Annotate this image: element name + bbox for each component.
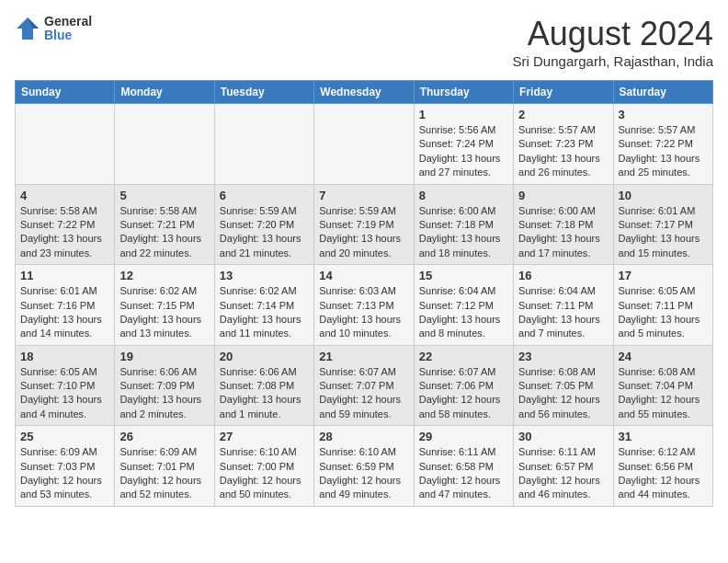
day-info: Sunrise: 6:05 AM Sunset: 7:10 PM Dayligh… xyxy=(20,365,109,422)
calendar-cell: 21Sunrise: 6:07 AM Sunset: 7:07 PM Dayli… xyxy=(314,345,414,426)
week-row-1: 1Sunrise: 5:56 AM Sunset: 7:24 PM Daylig… xyxy=(16,104,713,185)
day-number: 8 xyxy=(419,189,508,202)
calendar-cell: 24Sunrise: 6:08 AM Sunset: 7:04 PM Dayli… xyxy=(613,345,712,426)
calendar-cell: 28Sunrise: 6:10 AM Sunset: 6:59 PM Dayli… xyxy=(314,426,414,507)
day-info: Sunrise: 5:59 AM Sunset: 7:19 PM Dayligh… xyxy=(319,204,408,261)
day-info: Sunrise: 5:58 AM Sunset: 7:21 PM Dayligh… xyxy=(119,204,209,261)
calendar-cell: 29Sunrise: 6:11 AM Sunset: 6:58 PM Dayli… xyxy=(414,426,513,507)
day-info: Sunrise: 6:12 AM Sunset: 6:56 PM Dayligh… xyxy=(619,445,708,502)
calendar-cell: 26Sunrise: 6:09 AM Sunset: 7:01 PM Dayli… xyxy=(115,426,214,507)
calendar-cell: 22Sunrise: 6:07 AM Sunset: 7:06 PM Dayli… xyxy=(414,345,513,426)
day-info: Sunrise: 6:08 AM Sunset: 7:05 PM Dayligh… xyxy=(518,365,608,422)
day-number: 6 xyxy=(220,189,309,202)
day-info: Sunrise: 6:03 AM Sunset: 7:13 PM Dayligh… xyxy=(319,284,408,341)
day-info: Sunrise: 6:08 AM Sunset: 7:04 PM Dayligh… xyxy=(619,365,708,422)
header-day-friday: Friday xyxy=(514,81,613,104)
calendar-cell: 12Sunrise: 6:02 AM Sunset: 7:15 PM Dayli… xyxy=(115,265,214,346)
day-info: Sunrise: 6:10 AM Sunset: 7:00 PM Dayligh… xyxy=(220,445,309,502)
day-info: Sunrise: 5:56 AM Sunset: 7:24 PM Dayligh… xyxy=(419,123,508,180)
calendar-body: 1Sunrise: 5:56 AM Sunset: 7:24 PM Daylig… xyxy=(16,104,713,507)
day-number: 12 xyxy=(119,269,209,282)
day-info: Sunrise: 6:11 AM Sunset: 6:57 PM Dayligh… xyxy=(518,445,608,502)
header-day-wednesday: Wednesday xyxy=(314,81,414,104)
day-number: 24 xyxy=(619,350,708,363)
calendar-cell: 3Sunrise: 5:57 AM Sunset: 7:22 PM Daylig… xyxy=(613,104,712,185)
calendar-title: August 2024 xyxy=(513,15,713,53)
day-info: Sunrise: 6:11 AM Sunset: 6:58 PM Dayligh… xyxy=(419,445,508,502)
day-info: Sunrise: 5:57 AM Sunset: 7:23 PM Dayligh… xyxy=(518,123,608,180)
calendar-cell xyxy=(16,104,115,185)
day-number: 10 xyxy=(619,189,708,202)
calendar-cell xyxy=(314,104,414,185)
week-row-5: 25Sunrise: 6:09 AM Sunset: 7:03 PM Dayli… xyxy=(16,426,713,507)
day-info: Sunrise: 5:58 AM Sunset: 7:22 PM Dayligh… xyxy=(20,204,109,261)
day-number: 5 xyxy=(119,189,209,202)
day-info: Sunrise: 6:00 AM Sunset: 7:18 PM Dayligh… xyxy=(419,204,508,261)
day-info: Sunrise: 6:09 AM Sunset: 7:03 PM Dayligh… xyxy=(20,445,109,502)
day-number: 26 xyxy=(119,430,209,443)
day-info: Sunrise: 6:02 AM Sunset: 7:14 PM Dayligh… xyxy=(220,284,309,341)
logo: General Blue xyxy=(15,15,92,43)
header-day-sunday: Sunday xyxy=(16,81,115,104)
calendar-cell: 13Sunrise: 6:02 AM Sunset: 7:14 PM Dayli… xyxy=(214,265,313,346)
calendar-cell: 1Sunrise: 5:56 AM Sunset: 7:24 PM Daylig… xyxy=(414,104,513,185)
calendar-cell: 14Sunrise: 6:03 AM Sunset: 7:13 PM Dayli… xyxy=(314,265,414,346)
day-number: 21 xyxy=(319,350,408,363)
day-info: Sunrise: 6:01 AM Sunset: 7:17 PM Dayligh… xyxy=(619,204,708,261)
day-info: Sunrise: 5:57 AM Sunset: 7:22 PM Dayligh… xyxy=(619,123,708,180)
day-info: Sunrise: 6:07 AM Sunset: 7:06 PM Dayligh… xyxy=(419,365,508,422)
day-info: Sunrise: 6:06 AM Sunset: 7:08 PM Dayligh… xyxy=(220,365,309,422)
week-row-3: 11Sunrise: 6:01 AM Sunset: 7:16 PM Dayli… xyxy=(16,265,713,346)
day-info: Sunrise: 6:10 AM Sunset: 6:59 PM Dayligh… xyxy=(319,445,408,502)
calendar-cell xyxy=(214,104,313,185)
calendar-subtitle: Sri Dungargarh, Rajasthan, India xyxy=(513,53,713,69)
day-number: 1 xyxy=(419,108,508,121)
day-info: Sunrise: 6:02 AM Sunset: 7:15 PM Dayligh… xyxy=(119,284,209,341)
day-number: 16 xyxy=(518,269,608,282)
logo-blue-text: Blue xyxy=(44,29,92,42)
day-number: 4 xyxy=(20,189,109,202)
calendar-cell: 19Sunrise: 6:06 AM Sunset: 7:09 PM Dayli… xyxy=(115,345,214,426)
day-info: Sunrise: 6:01 AM Sunset: 7:16 PM Dayligh… xyxy=(20,284,109,341)
day-number: 19 xyxy=(119,350,209,363)
calendar-cell: 10Sunrise: 6:01 AM Sunset: 7:17 PM Dayli… xyxy=(613,184,712,265)
day-info: Sunrise: 6:09 AM Sunset: 7:01 PM Dayligh… xyxy=(119,445,209,502)
logo-general-text: General xyxy=(44,15,92,29)
calendar-cell: 17Sunrise: 6:05 AM Sunset: 7:11 PM Dayli… xyxy=(613,265,712,346)
week-row-2: 4Sunrise: 5:58 AM Sunset: 7:22 PM Daylig… xyxy=(16,184,713,265)
day-info: Sunrise: 6:05 AM Sunset: 7:11 PM Dayligh… xyxy=(619,284,708,341)
day-number: 20 xyxy=(220,350,309,363)
calendar-cell: 15Sunrise: 6:04 AM Sunset: 7:12 PM Dayli… xyxy=(414,265,513,346)
day-info: Sunrise: 5:59 AM Sunset: 7:20 PM Dayligh… xyxy=(220,204,309,261)
day-number: 27 xyxy=(220,430,309,443)
calendar-cell: 6Sunrise: 5:59 AM Sunset: 7:20 PM Daylig… xyxy=(214,184,313,265)
calendar-cell: 4Sunrise: 5:58 AM Sunset: 7:22 PM Daylig… xyxy=(16,184,115,265)
calendar-cell: 18Sunrise: 6:05 AM Sunset: 7:10 PM Dayli… xyxy=(16,345,115,426)
header-day-thursday: Thursday xyxy=(414,81,513,104)
day-number: 23 xyxy=(518,350,608,363)
day-info: Sunrise: 6:04 AM Sunset: 7:11 PM Dayligh… xyxy=(518,284,608,341)
day-number: 15 xyxy=(419,269,508,282)
day-number: 29 xyxy=(419,430,508,443)
day-number: 18 xyxy=(20,350,109,363)
calendar-cell: 20Sunrise: 6:06 AM Sunset: 7:08 PM Dayli… xyxy=(214,345,313,426)
day-number: 9 xyxy=(518,189,608,202)
calendar-cell: 2Sunrise: 5:57 AM Sunset: 7:23 PM Daylig… xyxy=(514,104,613,185)
day-info: Sunrise: 6:04 AM Sunset: 7:12 PM Dayligh… xyxy=(419,284,508,341)
day-number: 31 xyxy=(619,430,708,443)
calendar-cell: 25Sunrise: 6:09 AM Sunset: 7:03 PM Dayli… xyxy=(16,426,115,507)
logo-icon xyxy=(15,16,40,41)
day-number: 14 xyxy=(319,269,408,282)
header-day-saturday: Saturday xyxy=(613,81,712,104)
calendar-cell: 7Sunrise: 5:59 AM Sunset: 7:19 PM Daylig… xyxy=(314,184,414,265)
calendar-cell: 5Sunrise: 5:58 AM Sunset: 7:21 PM Daylig… xyxy=(115,184,214,265)
calendar-cell: 31Sunrise: 6:12 AM Sunset: 6:56 PM Dayli… xyxy=(613,426,712,507)
title-area: August 2024 Sri Dungargarh, Rajasthan, I… xyxy=(513,15,713,69)
calendar-cell: 16Sunrise: 6:04 AM Sunset: 7:11 PM Dayli… xyxy=(514,265,613,346)
calendar-cell: 30Sunrise: 6:11 AM Sunset: 6:57 PM Dayli… xyxy=(514,426,613,507)
week-row-4: 18Sunrise: 6:05 AM Sunset: 7:10 PM Dayli… xyxy=(16,345,713,426)
day-number: 28 xyxy=(319,430,408,443)
day-number: 22 xyxy=(419,350,508,363)
day-number: 11 xyxy=(20,269,109,282)
day-info: Sunrise: 6:06 AM Sunset: 7:09 PM Dayligh… xyxy=(119,365,209,422)
